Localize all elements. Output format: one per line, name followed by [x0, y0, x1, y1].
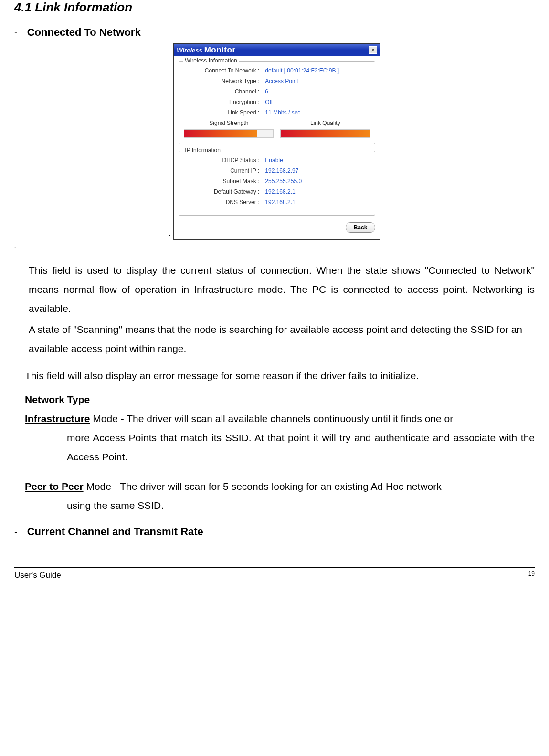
encryption-value: Off	[265, 99, 273, 105]
link-quality-fill	[281, 130, 370, 137]
mask-value: 255.255.255.0	[265, 178, 302, 185]
peer-mode-name: Peer to Peer	[25, 481, 84, 492]
signal-strength-label: Signal Strength	[184, 120, 274, 126]
lone-dash: -	[14, 243, 535, 250]
infrastructure-text-cont: more Access Points that match its SSID. …	[14, 428, 535, 466]
wireless-monitor-window: Wireless Monitor × Wireless Information …	[173, 43, 380, 240]
type-value: Access Point	[265, 78, 298, 84]
ip-info-fieldset: IP Information DHCP Status : Enable Curr…	[179, 151, 375, 216]
connected-heading: Connected To Network	[27, 26, 141, 39]
window-title: Wireless Monitor	[177, 45, 235, 55]
window-body: Wireless Information Connect To Network …	[174, 56, 380, 239]
type-label: Network Type :	[184, 78, 265, 84]
section-heading: 4.1 Link Information	[14, 0, 535, 15]
paragraph-2: A state of "Scanning" means that the nod…	[14, 320, 535, 358]
connect-value: default [ 00:01:24:F2:EC:9B ]	[265, 67, 339, 74]
link-quality-label: Link Quality	[280, 120, 370, 126]
speed-row: Link Speed : 11 Mbits / sec	[184, 109, 370, 116]
speed-label: Link Speed :	[184, 109, 265, 116]
channel-value: 6	[265, 88, 268, 95]
ip-info-legend: IP Information	[183, 147, 222, 154]
footer-divider	[14, 567, 535, 568]
speed-value: 11 Mbits / sec	[265, 109, 300, 116]
titlebar: Wireless Monitor ×	[174, 44, 380, 56]
gateway-row: Default Gateway : 192.168.2.1	[184, 188, 370, 195]
network-type-heading: Network Type	[14, 394, 535, 405]
wireless-info-legend: Wireless Information	[183, 57, 239, 64]
current-channel-heading: Current Channel and Transmit Rate	[27, 526, 203, 538]
mask-label: Subnet Mask :	[184, 178, 265, 185]
infrastructure-text-first: Mode - The driver will scan all availabl…	[90, 413, 454, 424]
signal-strength-bar	[184, 129, 274, 138]
dhcp-value: Enable	[265, 157, 283, 164]
screenshot-dash: -	[169, 231, 171, 239]
connect-label: Connect To Network :	[184, 67, 265, 74]
encryption-row: Encryption : Off	[184, 99, 370, 105]
channel-label: Channel :	[184, 88, 265, 95]
dhcp-row: DHCP Status : Enable	[184, 157, 370, 164]
connected-bullet: - Connected To Network	[14, 26, 535, 43]
infrastructure-block: Infrastructure Mode - The driver will sc…	[14, 409, 535, 466]
page-number: 19	[528, 570, 535, 580]
page-footer: User's Guide 19	[14, 567, 535, 580]
paragraph-1: This field is used to display the curren…	[14, 261, 535, 318]
ip-value: 192.168.2.97	[265, 167, 298, 174]
dns-row: DNS Server : 192.168.2.1	[184, 199, 370, 206]
title-monitor: Monitor	[204, 45, 236, 55]
type-row: Network Type : Access Point	[184, 78, 370, 84]
dns-value: 192.168.2.1	[265, 199, 295, 206]
current-channel-bullet: - Current Channel and Transmit Rate	[14, 526, 535, 543]
signal-strength-group: Signal Strength	[184, 120, 274, 138]
peer-text-first: Mode - The driver will scan for 5 second…	[84, 481, 442, 492]
paragraph-3: This field will also display an error me…	[14, 366, 535, 385]
peer-text-cont: using the same SSID.	[14, 496, 535, 515]
signal-strength-fill	[184, 130, 257, 137]
mask-row: Subnet Mask : 255.255.255.0	[184, 178, 370, 185]
peer-block: Peer to Peer Mode - The driver will scan…	[14, 477, 535, 515]
screenshot-container: - Wireless Monitor × Wireless Informatio…	[14, 43, 535, 240]
footer-left: User's Guide	[14, 570, 61, 580]
title-wireless: Wireless	[177, 47, 202, 54]
close-button[interactable]: ×	[369, 46, 377, 54]
dns-label: DNS Server :	[184, 199, 265, 206]
gateway-label: Default Gateway :	[184, 188, 265, 195]
connect-row: Connect To Network : default [ 00:01:24:…	[184, 67, 370, 74]
window-footer: Back	[179, 222, 375, 235]
bars-section: Signal Strength Link Quality	[184, 120, 370, 138]
back-button[interactable]: Back	[346, 222, 376, 233]
gateway-value: 192.168.2.1	[265, 188, 295, 195]
encryption-label: Encryption :	[184, 99, 265, 105]
ip-row: Current IP : 192.168.2.97	[184, 167, 370, 174]
link-quality-group: Link Quality	[280, 120, 370, 138]
dhcp-label: DHCP Status :	[184, 157, 265, 164]
wireless-info-fieldset: Wireless Information Connect To Network …	[179, 61, 375, 144]
infrastructure-mode-name: Infrastructure	[25, 413, 90, 424]
dash-icon-2: -	[14, 527, 18, 538]
link-quality-bar	[280, 129, 370, 138]
dash-icon: -	[14, 27, 18, 38]
channel-row: Channel : 6	[184, 88, 370, 95]
ip-label: Current IP :	[184, 167, 265, 174]
